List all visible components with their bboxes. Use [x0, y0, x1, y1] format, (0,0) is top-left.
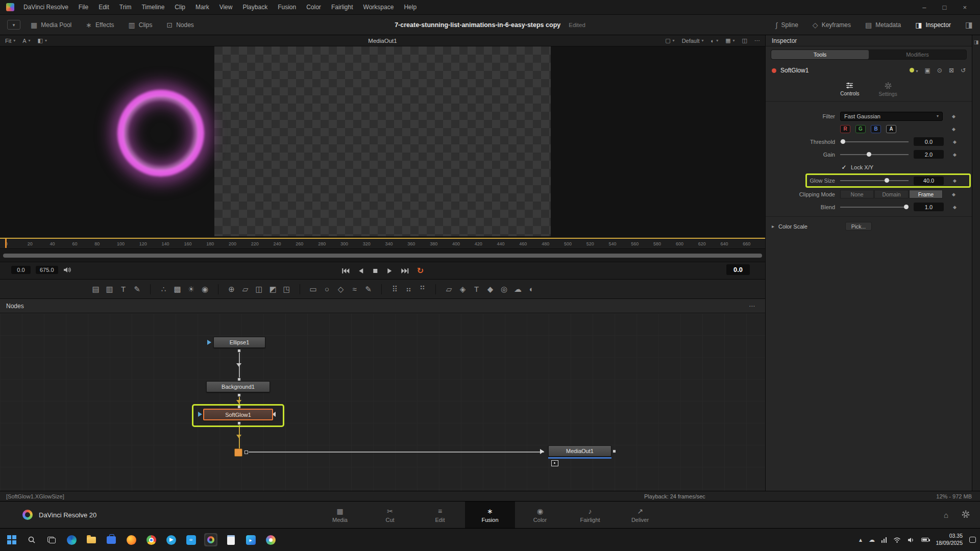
- viewer-channel-dropdown[interactable]: A▾: [22, 38, 30, 44]
- paint-taskbar-icon[interactable]: [264, 533, 277, 546]
- node-background1[interactable]: Background1: [206, 381, 270, 392]
- range-out-field[interactable]: 675.0: [36, 266, 58, 274]
- page-tab-cut[interactable]: ✂Cut: [365, 502, 415, 528]
- play-button[interactable]: [386, 268, 393, 274]
- page-tab-media[interactable]: ▦Media: [315, 502, 365, 528]
- menu-item[interactable]: Color: [301, 4, 326, 11]
- menu-item[interactable]: Workspace: [358, 4, 399, 11]
- battery-icon[interactable]: [921, 538, 929, 542]
- output-connector-node[interactable]: [234, 448, 242, 457]
- keyframe-diamond-icon[interactable]: ◆: [952, 127, 955, 132]
- timeline-scrollbar[interactable]: [3, 254, 762, 258]
- node-mediaout1[interactable]: MediaOut1: [548, 445, 611, 457]
- menu-item[interactable]: Timeline: [136, 4, 169, 11]
- onedrive-cloud-icon[interactable]: ☁: [869, 536, 875, 543]
- close-button[interactable]: ×: [963, 4, 967, 11]
- viewer-zoom-dropdown[interactable]: Fit▾: [5, 38, 15, 44]
- search-button[interactable]: [25, 533, 38, 546]
- notepad-taskbar-icon[interactable]: [224, 533, 237, 546]
- lock-xy-checkbox[interactable]: ✓: [840, 163, 848, 171]
- delta-keyer-icon[interactable]: ◩: [266, 283, 280, 296]
- edge-taskbar-icon[interactable]: [65, 533, 78, 546]
- keyframe-diamond-icon[interactable]: ◆: [953, 139, 957, 144]
- panel-toggle-button[interactable]: ▾: [7, 20, 20, 30]
- inspector-button[interactable]: ◨ Inspector: [915, 21, 951, 29]
- nodes-button[interactable]: ⊡ Nodes: [166, 21, 193, 29]
- subtab-controls[interactable]: Controls: [837, 81, 862, 97]
- node-output-pin[interactable]: [244, 450, 248, 454]
- menu-item[interactable]: File: [74, 4, 93, 11]
- file-explorer-taskbar-icon[interactable]: [85, 533, 98, 546]
- page-tab-fusion[interactable]: ∗Fusion: [465, 502, 515, 528]
- blend-slider[interactable]: [840, 203, 909, 212]
- media-player-taskbar-icon[interactable]: ▸: [244, 533, 257, 546]
- mute-audio-button[interactable]: [63, 267, 72, 273]
- panel-expand-icon[interactable]: ◨: [974, 39, 978, 45]
- p-merge-icon[interactable]: ⠶: [402, 283, 415, 296]
- loop-playback-button[interactable]: ↻: [417, 267, 424, 275]
- background-tool-icon[interactable]: ▩: [170, 283, 184, 296]
- channel-blue-button[interactable]: B: [871, 125, 881, 133]
- tab-modifiers[interactable]: Modifiers: [869, 50, 966, 59]
- activity-bars-icon[interactable]: [881, 537, 887, 543]
- node-graph-canvas[interactable]: Ellipse1 Background1 SoftGlow1 MediaOut1: [0, 313, 765, 491]
- davinci-resolve-taskbar-icon[interactable]: [204, 533, 217, 546]
- p-render-icon[interactable]: ⠛: [415, 283, 429, 296]
- spot-light-3d-icon[interactable]: ◐: [525, 283, 538, 296]
- keyframe-diamond-icon[interactable]: ◆: [953, 152, 957, 157]
- dve-tool-icon[interactable]: ▱: [238, 283, 252, 296]
- text-3d-icon[interactable]: T: [470, 283, 483, 296]
- node-input-pin[interactable]: [237, 378, 241, 381]
- viewer-options-button[interactable]: ⋯: [754, 37, 760, 44]
- hidden-icons-chevron[interactable]: ▴: [859, 536, 862, 543]
- merge-tool-icon[interactable]: ◫: [252, 283, 266, 296]
- go-to-end-button[interactable]: [401, 268, 409, 274]
- menu-item[interactable]: Edit: [93, 4, 114, 11]
- polygon-mask-icon[interactable]: ◇: [334, 283, 348, 296]
- threshold-slider[interactable]: [840, 137, 909, 146]
- blur-tool-icon[interactable]: ◉: [198, 283, 212, 296]
- viewer-color-dropdown[interactable]: ◐▾: [711, 38, 719, 44]
- media-in-icon[interactable]: ▤: [89, 283, 103, 296]
- viewer-proxy-dropdown[interactable]: ◧▾: [38, 37, 47, 44]
- wifi-icon[interactable]: [893, 537, 901, 543]
- page-tab-fairlight[interactable]: ♪Fairlight: [565, 502, 615, 528]
- glow-size-value-field[interactable]: 40.0: [914, 177, 944, 185]
- image-plane-3d-icon[interactable]: ▱: [442, 283, 456, 296]
- mask-input-arrow-icon[interactable]: [198, 412, 202, 417]
- telegram-taskbar-icon[interactable]: [164, 533, 178, 546]
- clips-button[interactable]: ▥ Clips: [128, 21, 152, 29]
- firefox-taskbar-icon[interactable]: [125, 533, 138, 546]
- threshold-value-field[interactable]: 0.0: [914, 137, 944, 146]
- task-view-button[interactable]: [45, 533, 58, 546]
- store-taskbar-icon[interactable]: [105, 533, 118, 546]
- media-out-icon[interactable]: ▥: [103, 283, 116, 296]
- node-enable-toggle[interactable]: [772, 68, 776, 73]
- node-ellipse1[interactable]: Ellipse1: [213, 337, 265, 348]
- pick-color-button[interactable]: Pick...: [845, 222, 872, 231]
- ellipse-mask-icon[interactable]: ○: [320, 283, 334, 296]
- menu-item[interactable]: Help: [399, 4, 422, 11]
- channel-red-button[interactable]: R: [840, 125, 850, 133]
- playhead-marker[interactable]: [5, 239, 7, 248]
- copy-settings-icon[interactable]: ▣: [924, 67, 930, 74]
- viewer-quality-dropdown[interactable]: Default▾: [682, 38, 704, 44]
- taskbar-clock[interactable]: 03.35 18/09/2025: [936, 533, 963, 546]
- nodes-options-button[interactable]: ⋯: [749, 303, 756, 310]
- keyframe-diamond-icon[interactable]: ◆: [953, 178, 957, 183]
- p-emitter-icon[interactable]: ⠿: [388, 283, 402, 296]
- menu-item[interactable]: Clip: [169, 4, 190, 11]
- page-tab-edit[interactable]: ≡Edit: [415, 502, 465, 528]
- range-in-field[interactable]: 0.0: [11, 266, 31, 274]
- camera-3d-icon[interactable]: ◎: [497, 283, 511, 296]
- effects-button[interactable]: ∗ Effects: [86, 21, 114, 29]
- menu-item[interactable]: Fairlight: [326, 4, 358, 11]
- minimize-button[interactable]: –: [922, 4, 926, 11]
- color-corrector-icon[interactable]: ☀: [184, 283, 198, 296]
- rectangle-mask-icon[interactable]: ▭: [306, 283, 320, 296]
- media-pool-button[interactable]: ▦ Media Pool: [31, 21, 71, 29]
- merge-3d-icon[interactable]: ◆: [483, 283, 497, 296]
- bspline-mask-icon[interactable]: ≈: [348, 283, 361, 296]
- pin-icon[interactable]: ⊙: [937, 67, 942, 74]
- viewer-grid-dropdown[interactable]: ▦▾: [725, 37, 734, 44]
